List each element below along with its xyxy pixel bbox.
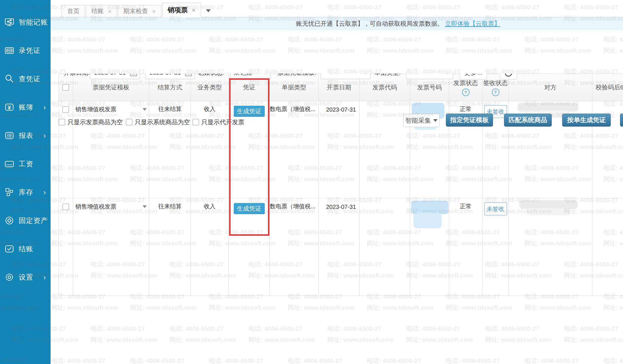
sidebar-item-smart-accounting[interactable]: 智能记账 xyxy=(0,8,51,36)
checkbox-empty-system-goods[interactable]: 只显示系统商品为空 xyxy=(126,118,190,126)
filter-bar: 开票日期: 2023-07-01 - 2023-07-31 记账状态: 未记账 … xyxy=(51,30,623,54)
report-icon xyxy=(4,130,15,141)
checksum-cell xyxy=(592,198,623,295)
invoice-date-cell: 2023-07-31 xyxy=(318,198,359,295)
checkbox-icon[interactable] xyxy=(193,119,199,125)
table-row: 销售增值税发票 往来结算 收入 生成凭证 数电票（增值税... 2023-07-… xyxy=(58,198,623,296)
invoice-table: 票据凭证模板 结算方式 业务类型 凭证 单据类型 开票日期 发票代码 发票号码 … xyxy=(58,74,623,296)
sidebar-item-inventory[interactable]: 库存 › xyxy=(0,178,51,206)
sidebar-item-closing[interactable]: 结账 xyxy=(0,235,51,263)
search-voucher-icon xyxy=(4,74,15,84)
tab-label: 销项票 xyxy=(168,6,188,15)
row-checkbox[interactable] xyxy=(63,204,69,210)
redacted-invoice-number xyxy=(413,212,442,228)
sidebar-item-settings[interactable]: 设置 › xyxy=(0,263,51,291)
record-voucher-icon xyxy=(4,45,15,56)
row-select-cell xyxy=(58,101,73,198)
notice-text: 账无忧已开通【云取票】，可自动获取税局发票数据。 xyxy=(296,20,443,27)
voucher-template-cell[interactable]: 销售增值税发票 xyxy=(73,101,149,198)
checkbox-icon[interactable] xyxy=(126,119,132,125)
assign-template-label: 指定凭证模板 xyxy=(450,116,489,124)
generate-voucher-button[interactable]: 生成凭证 xyxy=(234,106,265,117)
business-type-cell: 收入 xyxy=(191,101,229,198)
sign-status-cell: 未签收 xyxy=(482,198,508,295)
doc-type-cell: 数电票（增值税... xyxy=(269,101,318,198)
sidebar: 智能记账 录凭证 查凭证 账簿 › 报表 › 工资 库存 › xyxy=(0,0,51,364)
sidebar-item-label: 录凭证 xyxy=(19,46,41,55)
doc-type-cell: 数电票（增值税... xyxy=(269,198,318,295)
business-type-cell: 收入 xyxy=(191,198,229,295)
sidebar-item-payroll[interactable]: 工资 xyxy=(0,150,51,178)
smart-collect-label: 智能采集 xyxy=(405,116,431,125)
unsigned-button[interactable]: 未签收 xyxy=(484,202,507,215)
help-icon[interactable]: ? xyxy=(492,89,499,96)
sidebar-item-account-books[interactable]: 账簿 › xyxy=(0,93,51,121)
sidebar-item-label: 账簿 xyxy=(19,103,33,112)
app-window: 智能记账 录凭证 查凭证 账簿 › 报表 › 工资 库存 › xyxy=(0,0,623,364)
tab-strip: 首页 结账 × 期末检查 × 销项票 × xyxy=(62,3,211,17)
header-checksum: 校验码后6位 xyxy=(592,74,623,101)
checkbox-agency-invoices[interactable]: 只显示代开发票 xyxy=(193,118,244,126)
options-row: 只显示发票商品为空 只显示系统商品为空 只显示代开发票 智能采集 指定凭证模板 … xyxy=(51,54,623,74)
sidebar-item-label: 库存 xyxy=(19,188,33,197)
match-system-goods-button[interactable]: 匹配系统商品 xyxy=(504,114,552,126)
tab-label: 首页 xyxy=(67,7,79,15)
tab-sales-invoices[interactable]: 销项票 × xyxy=(162,3,201,17)
sidebar-item-label: 报表 xyxy=(19,131,33,140)
smart-collect-button[interactable]: 智能采集 xyxy=(403,114,439,127)
invoice-status-cell: 正常 xyxy=(449,198,482,295)
chevron-down-icon xyxy=(433,119,437,122)
inventory-icon xyxy=(4,187,15,197)
close-icon[interactable]: × xyxy=(108,8,111,14)
checkbox-label: 只显示发票商品为空 xyxy=(68,118,123,126)
help-icon[interactable]: ? xyxy=(462,89,470,96)
smart-accounting-icon xyxy=(4,17,15,27)
sidebar-item-label: 查凭证 xyxy=(19,74,41,84)
sidebar-item-label: 结账 xyxy=(19,244,33,254)
payroll-icon xyxy=(4,159,15,169)
submenu-arrow-icon: › xyxy=(43,132,46,139)
checkbox-empty-invoice-goods[interactable]: 只显示发票商品为空 xyxy=(59,118,123,126)
notice-bar: 账无忧已开通【云取票】，可自动获取税局发票数据。立即体验【云取票】 xyxy=(51,17,623,30)
sidebar-item-label: 智能记账 xyxy=(19,18,48,27)
chevron-down-icon[interactable] xyxy=(143,205,147,208)
assign-voucher-template-button[interactable]: 指定凭证模板 xyxy=(446,114,493,126)
account-book-icon xyxy=(4,102,15,112)
sidebar-item-fixed-assets[interactable]: 固定资产 xyxy=(0,206,51,235)
generate-voucher-by-doc-button[interactable]: 按单生成凭证 xyxy=(562,114,611,126)
closing-icon xyxy=(4,244,15,254)
chevron-down-icon[interactable] xyxy=(143,108,147,111)
tab-bar: 首页 结账 × 期末检查 × 销项票 × xyxy=(51,0,623,17)
row-checkbox[interactable] xyxy=(63,106,69,113)
voucher-template-cell[interactable]: 销售增值税发票 xyxy=(73,198,149,295)
invoice-code-cell xyxy=(359,101,410,198)
submenu-arrow-icon: › xyxy=(43,103,46,111)
tab-list-dropdown-icon[interactable] xyxy=(206,9,211,12)
generate-voucher-button[interactable]: 生成凭证 xyxy=(234,203,265,214)
tab-label: 期末检查 xyxy=(123,7,148,15)
invoice-date-cell: 2023-07-31 xyxy=(318,101,359,198)
tab-label: 结账 xyxy=(91,7,104,15)
counterparty-cell xyxy=(508,198,592,295)
try-cloud-invoice-link[interactable]: 立即体验【云取票】 xyxy=(445,20,500,27)
clipped-action-button[interactable] xyxy=(620,114,623,126)
tab-home[interactable]: 首页 xyxy=(62,5,85,17)
close-icon[interactable]: × xyxy=(152,8,155,14)
tab-period-end-check[interactable]: 期末检查 × xyxy=(118,5,161,17)
invoice-code-cell xyxy=(359,198,410,295)
tab-closing[interactable]: 结账 × xyxy=(86,5,117,17)
sidebar-item-search-voucher[interactable]: 查凭证 xyxy=(0,65,51,93)
voucher-cell: 生成凭证 xyxy=(229,101,269,198)
sidebar-item-label: 设置 xyxy=(19,273,33,282)
sidebar-item-reports[interactable]: 报表 › xyxy=(0,121,51,150)
sidebar-item-record-voucher[interactable]: 录凭证 xyxy=(0,36,51,65)
submenu-arrow-icon: › xyxy=(43,188,46,196)
invoice-number-cell xyxy=(410,198,449,295)
close-icon[interactable]: × xyxy=(192,7,195,13)
checkbox-icon[interactable] xyxy=(59,119,65,125)
select-all-checkbox[interactable] xyxy=(63,84,69,91)
settlement-method-cell: 往来结算 xyxy=(149,101,191,198)
settings-icon xyxy=(4,272,15,282)
row-select-cell xyxy=(58,198,73,295)
header-counterparty: 对方 xyxy=(508,74,592,101)
